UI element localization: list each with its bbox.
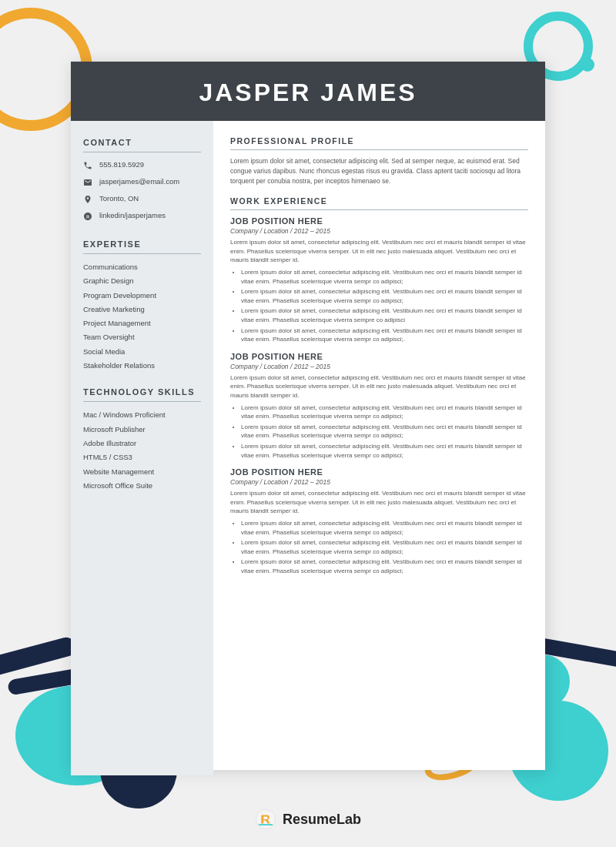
brand-resume: Resume <box>283 812 336 827</box>
resume-document: JASPER JAMES CONTACT 555.819.5929 <box>71 62 545 770</box>
job-3-title: JOB POSITION HERE <box>230 467 528 477</box>
resumelab-logo-icon <box>255 808 276 830</box>
expertise-item: Team Oversight <box>83 332 201 342</box>
bullet-item: Lorem ipsum dolor sit amet, consectetur … <box>241 423 528 440</box>
expertise-item: Communications <box>83 262 201 272</box>
bg-teal-dot <box>581 58 594 72</box>
contact-linkedin: linkedin/jasperjames <box>83 211 201 223</box>
linkedin-icon <box>83 212 94 223</box>
tech-item: Website Management <box>83 467 201 477</box>
location-icon <box>83 195 94 206</box>
location-text: Toronto, ON <box>99 194 139 203</box>
job-2: JOB POSITION HERE Company / Location / 2… <box>230 352 528 460</box>
job-2-bullets: Lorem ipsum dolor sit amet, consectetur … <box>230 403 528 460</box>
phone-text: 555.819.5929 <box>99 160 144 169</box>
brand-lab: Lab <box>336 812 361 827</box>
bullet-item: Lorem ipsum dolor sit amet, consectetur … <box>241 287 528 305</box>
profile-divider <box>230 149 528 150</box>
phone-icon <box>83 161 94 172</box>
job-1: JOB POSITION HERE Company / Location / 2… <box>230 216 528 344</box>
bullet-item: Lorem ipsum dolor sit amet, consectetur … <box>241 442 528 460</box>
job-2-desc: Lorem ipsum dolor sit amet, consectetur … <box>230 373 528 400</box>
email-text: jasperjames@email.com <box>99 177 179 186</box>
job-1-company: Company / Location / 2012 – 2015 <box>230 227 528 235</box>
tech-item: Mac / Windows Proficient <box>83 410 201 420</box>
brand-name-text: ResumeLab <box>283 812 361 828</box>
contact-phone: 555.819.5929 <box>83 160 201 172</box>
profile-section: PROFESSIONAL PROFILE Lorem ipsum dolor s… <box>230 136 528 186</box>
candidate-name: JASPER JAMES <box>86 79 530 107</box>
expertise-title: EXPERTISE <box>83 239 201 249</box>
profile-text: Lorem ipsum dolor sit amet, consectetur … <box>230 156 528 186</box>
job-3-bullets: Lorem ipsum dolor sit amet, consectetur … <box>230 519 528 576</box>
contact-divider <box>83 152 201 152</box>
expertise-item: Program Development <box>83 290 201 300</box>
job-3-company: Company / Location / 2012 – 2015 <box>230 478 528 486</box>
tech-item: Microsoft Publisher <box>83 424 201 434</box>
expertise-item: Social Media <box>83 346 201 357</box>
job-2-title: JOB POSITION HERE <box>230 352 528 361</box>
bullet-item: Lorem ipsum dolor sit amet, consectetur … <box>241 326 528 344</box>
linkedin-text: linkedin/jasperjames <box>99 211 166 219</box>
work-experience-title: WORK EXPERIENCE <box>230 196 528 206</box>
email-icon <box>83 178 94 189</box>
contact-section: CONTACT 555.819.5929 jasperjames@email.c… <box>83 138 201 223</box>
job-2-company: Company / Location / 2012 – 2015 <box>230 363 528 370</box>
job-1-bullets: Lorem ipsum dolor sit amet, consectetur … <box>230 268 528 344</box>
contact-title: CONTACT <box>83 138 201 147</box>
bullet-item: Lorem ipsum dolor sit amet, consectetur … <box>241 306 528 324</box>
profile-title: PROFESSIONAL PROFILE <box>230 136 528 146</box>
technology-title: TECHNOLOGY SKILLS <box>83 387 201 397</box>
resume-header: JASPER JAMES <box>71 62 545 121</box>
technology-section: TECHNOLOGY SKILLS Mac / Windows Proficie… <box>83 387 201 490</box>
resume-body: CONTACT 555.819.5929 jasperjames@email.c… <box>71 121 545 775</box>
bullet-item: Lorem ipsum dolor sit amet, consectetur … <box>241 268 528 286</box>
contact-location: Toronto, ON <box>83 194 201 206</box>
job-3: JOB POSITION HERE Company / Location / 2… <box>230 467 528 575</box>
expertise-divider <box>83 253 201 254</box>
bullet-item: Lorem ipsum dolor sit amet, consectetur … <box>241 538 528 556</box>
main-content: PROFESSIONAL PROFILE Lorem ipsum dolor s… <box>213 121 545 775</box>
tech-item: Adobe Illustrator <box>83 438 201 448</box>
tech-item: Microsoft Office Suite <box>83 480 201 490</box>
bullet-item: Lorem ipsum dolor sit amet, consectetur … <box>241 403 528 421</box>
expertise-section: EXPERTISE Communications Graphic Design … <box>83 239 201 370</box>
bullet-item: Lorem ipsum dolor sit amet, consectetur … <box>241 557 528 575</box>
job-1-title: JOB POSITION HERE <box>230 216 528 226</box>
expertise-item: Stakeholder Relations <box>83 360 201 370</box>
branding-footer: ResumeLab <box>255 808 361 830</box>
expertise-item: Graphic Design <box>83 276 201 286</box>
technology-divider <box>83 401 201 402</box>
tech-item: HTML5 / CSS3 <box>83 452 201 462</box>
bullet-item: Lorem ipsum dolor sit amet, consectetur … <box>241 519 528 537</box>
job-3-desc: Lorem ipsum dolor sit amet, consectetur … <box>230 489 528 516</box>
sidebar: CONTACT 555.819.5929 jasperjames@email.c… <box>71 121 213 775</box>
contact-email: jasperjames@email.com <box>83 177 201 189</box>
job-1-desc: Lorem ipsum dolor sit amet, consectetur … <box>230 238 528 265</box>
expertise-item: Creative Marketing <box>83 304 201 314</box>
expertise-item: Project Management <box>83 318 201 328</box>
work-experience-divider <box>230 209 528 210</box>
